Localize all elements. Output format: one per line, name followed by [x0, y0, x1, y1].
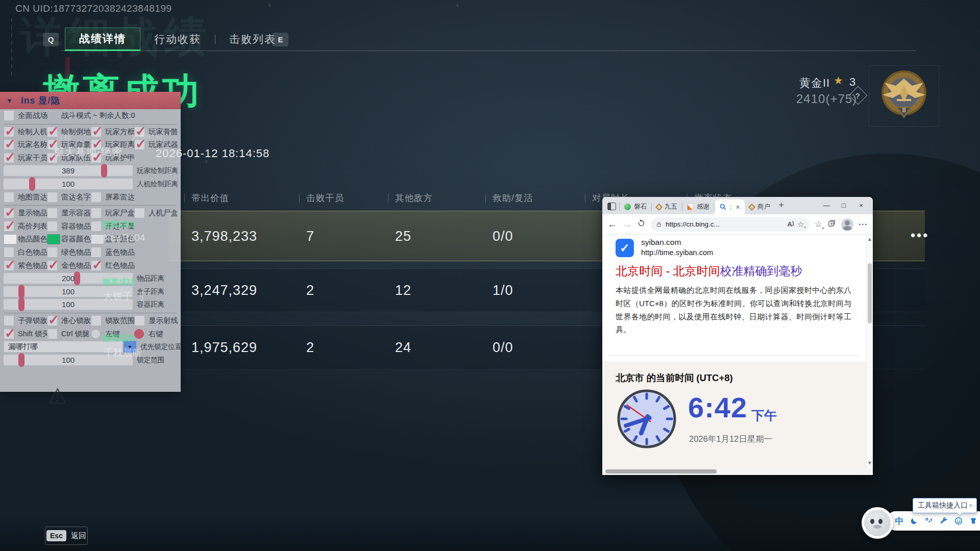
settings-dots-icon[interactable]: ···	[859, 220, 868, 229]
color-swatch[interactable]	[4, 234, 17, 244]
menu-checkbox[interactable]: ✓	[91, 127, 102, 137]
close-button[interactable]: ×	[852, 199, 870, 212]
menu-checkbox[interactable]: ✓	[4, 221, 14, 232]
emoji-icon[interactable]	[953, 516, 964, 526]
menu-radio[interactable]	[91, 329, 101, 339]
refresh-icon[interactable]	[637, 219, 646, 230]
menu-label: 红色物品	[105, 261, 135, 270]
menu-checkbox[interactable]	[4, 110, 14, 121]
chinese-icon[interactable]: 中	[894, 516, 904, 526]
forward-icon[interactable]: →	[622, 219, 632, 230]
browser-tab-3[interactable]: :×	[715, 199, 745, 214]
maximize-button[interactable]: □	[835, 199, 852, 212]
menu-checkbox[interactable]: ✓	[4, 127, 14, 137]
menu-checkbox[interactable]: ✓	[4, 153, 14, 163]
diamond-site-icon	[655, 203, 663, 210]
menu-label: 右键	[149, 329, 163, 339]
menu-checkbox[interactable]	[134, 208, 145, 218]
tab-close-icon[interactable]: ×	[736, 203, 740, 211]
menu-checkbox[interactable]	[47, 192, 58, 203]
menu-checkbox[interactable]	[91, 208, 102, 218]
result-title-link[interactable]: 北京时间 - 北京时间校准精确到毫秒	[616, 263, 802, 279]
add-favorite-icon[interactable]: ☆+	[797, 220, 804, 229]
table-cell: 3,247,329	[191, 283, 257, 298]
collapse-icon[interactable]: ▼	[6, 97, 13, 105]
outfit-icon[interactable]	[968, 516, 978, 526]
result-description: 本站提供全网最精确的北京时间在线服务，同步国家授时中心的东八时区（UTC+8）的…	[616, 284, 851, 336]
menu-checkbox[interactable]: ✓	[4, 329, 14, 339]
menu-row: 地图雷达雷达名字屏幕雷达	[0, 191, 181, 204]
menu-checkbox[interactable]: ✓	[4, 139, 14, 150]
url-text: https://cn.bing.c...	[666, 220, 784, 228]
vertical-scrollbar[interactable]	[866, 235, 873, 468]
menu-label: 金色物品	[61, 261, 91, 270]
browser-tab-4[interactable]: 商户	[745, 199, 775, 214]
voice-icon[interactable]	[924, 516, 934, 526]
favorites-icon[interactable]: ☆≡	[815, 219, 822, 230]
menu-checkbox[interactable]	[91, 247, 102, 258]
menu-checkbox[interactable]	[134, 315, 145, 326]
menu-checkbox[interactable]	[91, 192, 102, 203]
green-site-icon	[624, 204, 631, 210]
esc-back-button[interactable]: Esc 返回	[45, 527, 88, 545]
tooltip-close-icon[interactable]: ×	[969, 502, 973, 510]
game-tab-0[interactable]: 战绩详情	[65, 28, 140, 51]
svg-text:II: II	[902, 106, 905, 114]
menu-checkbox[interactable]: ✓	[4, 260, 14, 271]
menu-checkbox[interactable]: ✓	[91, 260, 102, 271]
wrench-icon[interactable]	[939, 516, 949, 526]
menu-radio[interactable]	[134, 329, 144, 339]
player-uid: CN UID:187732720382423848199	[15, 3, 172, 14]
menu-checkbox[interactable]	[4, 192, 14, 203]
kill-feed-text: 撤离成功	[102, 277, 135, 288]
menu-checkbox[interactable]	[4, 315, 14, 326]
tab-title: 商户	[757, 203, 770, 211]
slider-label: 玩家绘制距离	[137, 166, 178, 176]
menu-checkbox[interactable]: ✓	[47, 315, 58, 326]
game-tab-1[interactable]: 行动收获	[140, 28, 215, 51]
minimize-button[interactable]: —	[818, 199, 835, 212]
result-url: http://time.syiban.com	[641, 248, 713, 257]
menu-checkbox[interactable]	[4, 247, 14, 258]
menu-label: Ctrl 锁腿	[61, 329, 90, 339]
horizontal-scrollbar[interactable]	[602, 468, 866, 475]
collections-icon[interactable]	[827, 219, 836, 230]
menu-checkbox[interactable]	[47, 208, 58, 218]
match-time-label: 对局时间	[132, 133, 162, 142]
slider-value: 389	[4, 166, 133, 175]
menu-label: 准心锁敌	[61, 316, 91, 325]
menu-checkbox[interactable]	[47, 247, 58, 258]
menu-checkbox[interactable]	[47, 221, 58, 232]
color-swatch[interactable]	[47, 234, 60, 244]
browser-tab-2[interactable]: 感谢	[682, 199, 714, 214]
browser-tab-0[interactable]: 磐石	[620, 199, 651, 214]
menu-label: 屏幕雷达	[105, 192, 135, 202]
tab-workspaces-icon[interactable]	[607, 203, 616, 210]
browser-tab-1[interactable]: 九五	[652, 199, 682, 214]
address-bar[interactable]: https://cn.bing.c... A) ☆+	[651, 217, 810, 232]
read-aloud-icon[interactable]: A)	[788, 220, 794, 228]
menu-label: 人机尸盒	[149, 208, 178, 218]
clock-card: 北京市 的当前时间 (UTC+8) 6:42 下午 2026年1月12日星期一	[602, 361, 866, 468]
new-tab-button[interactable]: +	[779, 200, 784, 210]
color-swatch[interactable]	[91, 234, 104, 244]
menu-row: ✓Shift 锁头Ctrl 锁腿左键右键	[0, 328, 181, 341]
menu-static-text: 战斗模式 ~ 剩余人数:0	[61, 111, 135, 120]
menu-checkbox[interactable]: ✓	[4, 208, 14, 218]
profile-avatar[interactable]	[841, 218, 853, 231]
menu-row: 全面战场战斗模式 ~ 剩余人数:0	[0, 109, 181, 122]
menu-checkbox[interactable]	[91, 221, 102, 232]
menu-checkbox[interactable]: ✓	[47, 260, 58, 271]
menu-checkbox[interactable]	[47, 329, 58, 339]
menu-label: 全面战场	[18, 111, 47, 120]
qq-avatar[interactable]	[862, 507, 893, 539]
cheat-menu-header[interactable]: ▼ Ins 显/隐	[0, 92, 181, 109]
browser-window: 磐石九五感谢:×商户+—□× ← → https://cn.bing.c... …	[602, 197, 873, 475]
decor-cross: +	[455, 1, 459, 9]
row-more-button[interactable]: •••	[911, 228, 929, 243]
moon-icon[interactable]	[909, 516, 919, 526]
menu-checkbox[interactable]	[91, 315, 102, 326]
table-header: 带出价值	[191, 192, 229, 204]
tab-title: 九五	[665, 203, 677, 211]
back-icon[interactable]: ←	[607, 219, 617, 230]
